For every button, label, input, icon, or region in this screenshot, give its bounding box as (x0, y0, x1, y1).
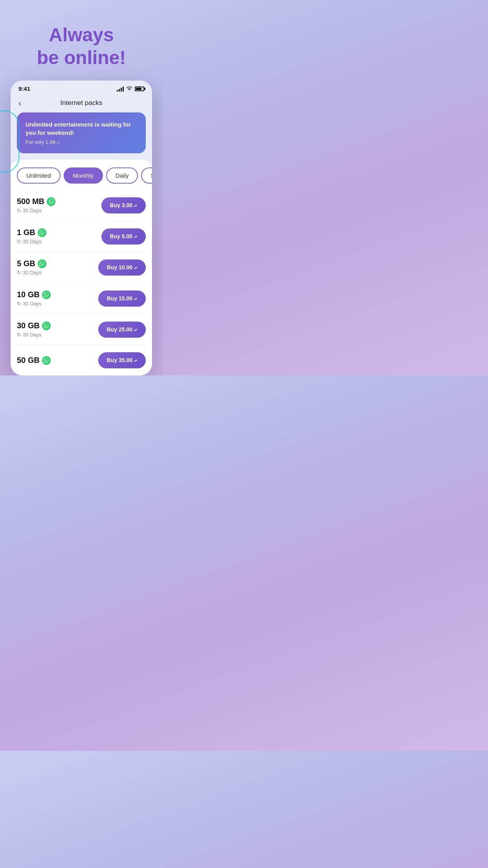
filter-tabs: Unlimited Monthly Daily Soc (11, 167, 152, 190)
refresh-icon: ↻ (17, 332, 21, 338)
table-row: 30 GB ↻ 30 Days Buy 25.00 ރ (17, 314, 146, 345)
pack-info: 1 GB ↻ 30 Days (17, 228, 46, 245)
whatsapp-icon (42, 291, 51, 299)
promo-main-text: Unlimited entertainment is waiting for y… (26, 120, 137, 137)
hero-title: Always be online! (8, 24, 155, 69)
pack-size: 30 GB (17, 321, 51, 330)
table-row: 500 MB ↻ 30 Days Buy 3.00 ރ (17, 190, 146, 221)
battery-icon (135, 86, 144, 91)
buy-button[interactable]: Buy 35.00 ރ (98, 352, 146, 368)
table-row: 50 GB Buy 35.00 ރ (17, 345, 146, 375)
whatsapp-icon (42, 356, 51, 365)
pack-size: 500 MB (17, 197, 55, 206)
app-header: ‹ Internet packs (11, 95, 152, 112)
status-time: 9:41 (18, 85, 30, 92)
pack-duration: ↻ 30 Days (17, 208, 55, 213)
pack-info: 500 MB ↻ 30 Days (17, 197, 55, 213)
pack-duration: ↻ 30 Days (17, 239, 46, 245)
table-row: 1 GB ↻ 30 Days Buy 5.00 ރ (17, 221, 146, 252)
pack-duration: ↻ 30 Days (17, 332, 51, 338)
bg-decoration (0, 110, 20, 173)
tab-daily[interactable]: Daily (106, 167, 138, 184)
status-icons (117, 86, 144, 92)
whatsapp-icon (47, 197, 55, 206)
buy-button[interactable]: Buy 15.00 ރ (98, 291, 146, 307)
status-bar: 9:41 (11, 81, 152, 95)
pack-info: 30 GB ↻ 30 Days (17, 321, 51, 338)
pack-list: 500 MB ↻ 30 Days Buy 3.00 ރ (11, 190, 152, 375)
pack-duration: ↻ 30 Days (17, 301, 51, 307)
refresh-icon: ↻ (17, 239, 21, 245)
table-row: 5 GB ↻ 30 Days Buy 10.00 ރ (17, 252, 146, 283)
refresh-icon: ↻ (17, 208, 21, 213)
whatsapp-icon (42, 322, 51, 330)
buy-button[interactable]: Buy 5.00 ރ (101, 228, 146, 245)
refresh-icon: ↻ (17, 301, 21, 307)
phone-mockup: 9:41 ‹ Internet packs (11, 81, 152, 375)
pack-info: 5 GB ↻ 30 Days (17, 259, 46, 276)
signal-icon (117, 86, 124, 92)
pack-size: 50 GB (17, 356, 51, 365)
whatsapp-icon (38, 259, 46, 268)
whatsapp-icon (38, 228, 46, 237)
hero-section: Always be online! (0, 0, 163, 81)
pack-info: 10 GB ↻ 30 Days (17, 290, 51, 307)
pack-size: 10 GB (17, 290, 51, 299)
buy-button[interactable]: Buy 10.00 ރ (98, 259, 146, 276)
pack-size: 1 GB (17, 228, 46, 237)
buy-button[interactable]: Buy 25.00 ރ (98, 322, 146, 338)
back-button[interactable]: ‹ (18, 99, 21, 108)
tab-social[interactable]: Soc (141, 167, 152, 184)
content-card: Unlimited Monthly Daily Soc 500 MB (11, 160, 152, 375)
promo-banner: Unlimited entertainment is waiting for y… (17, 112, 146, 153)
pack-size: 5 GB (17, 259, 46, 268)
pack-info: 50 GB (17, 356, 51, 365)
pack-duration: ↻ 30 Days (17, 270, 46, 276)
buy-button[interactable]: Buy 3.00 ރ (101, 197, 146, 213)
tab-monthly[interactable]: Monthly (64, 167, 103, 184)
wifi-icon (126, 86, 132, 92)
table-row: 10 GB ↻ 30 Days Buy 15.00 ރ (17, 283, 146, 314)
refresh-icon: ↻ (17, 270, 21, 276)
promo-sub-text: For only 1.99 ރ (26, 139, 137, 145)
tab-unlimited[interactable]: Unlimited (17, 167, 61, 184)
page-title: Internet packs (61, 99, 103, 107)
